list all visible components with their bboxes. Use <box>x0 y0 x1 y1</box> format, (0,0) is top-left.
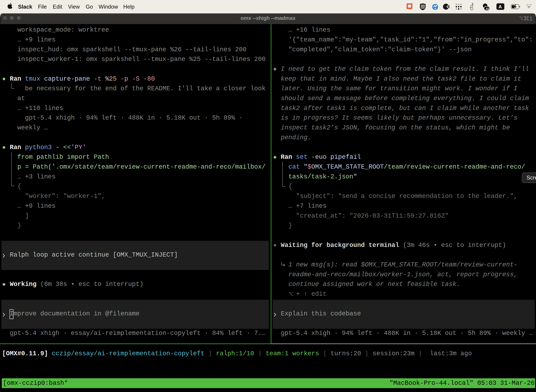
svg-text:A: A <box>498 4 502 9</box>
svg-text:..61: ..61 <box>485 7 490 10</box>
